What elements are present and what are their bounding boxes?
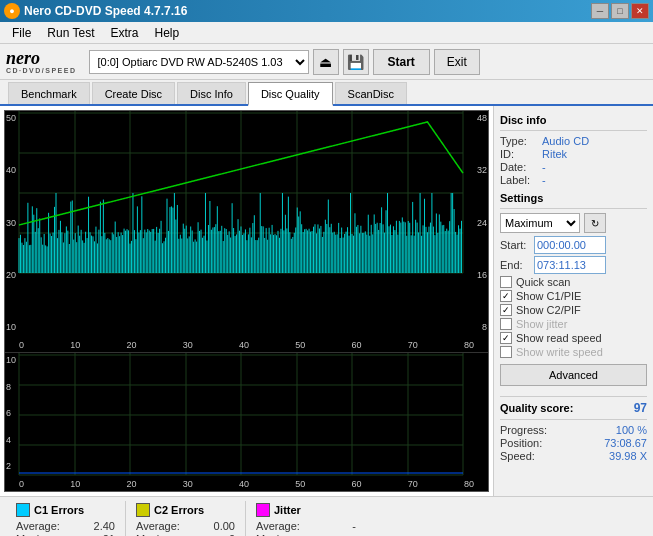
label-label: Label: (500, 174, 538, 186)
disc-type-row: Type: Audio CD (500, 135, 647, 147)
writespeed-row: Show write speed (500, 346, 647, 358)
titlebar-left: ● Nero CD-DVD Speed 4.7.7.16 (4, 3, 187, 19)
jitter-avg-label: Average: (256, 520, 300, 532)
tab-create-disc[interactable]: Create Disc (92, 82, 175, 104)
c1-stats: C1 Errors Average: 2.40 Maximum: 21 Tota… (6, 501, 126, 536)
jitter-header: Jitter (256, 503, 356, 517)
jitter-avg-value: - (316, 520, 356, 532)
tab-scandisc[interactable]: ScanDisc (335, 82, 407, 104)
titlebar: ● Nero CD-DVD Speed 4.7.7.16 ─ □ ✕ (0, 0, 653, 22)
upper-chart: 50 40 30 20 10 48 32 24 16 8 0 10 20 30 … (5, 111, 488, 352)
position-value: 73:08.67 (604, 437, 647, 449)
jitter-stats: Jitter Average: - Maximum: - (246, 501, 366, 536)
eject-button[interactable]: ⏏ (313, 49, 339, 75)
tab-benchmark[interactable]: Benchmark (8, 82, 90, 104)
y-axis-left-lower: 10 8 6 4 2 (6, 353, 16, 473)
chart-container: 50 40 30 20 10 48 32 24 16 8 0 10 20 30 … (4, 110, 489, 492)
c2-header: C2 Errors (136, 503, 235, 517)
exit-button[interactable]: Exit (434, 49, 480, 75)
c2-title: C2 Errors (154, 504, 204, 516)
label-value: - (542, 174, 546, 186)
speed-label: Speed: (500, 450, 535, 462)
titlebar-buttons: ─ □ ✕ (591, 3, 649, 19)
start-button[interactable]: Start (373, 49, 430, 75)
end-input[interactable] (534, 256, 606, 274)
disc-label-row: Label: - (500, 174, 647, 186)
divider4 (500, 419, 647, 420)
main-content: 50 40 30 20 10 48 32 24 16 8 0 10 20 30 … (0, 106, 653, 496)
c1-legend-box (16, 503, 30, 517)
progress-label: Progress: (500, 424, 547, 436)
quickscan-checkbox[interactable] (500, 276, 512, 288)
menu-extra[interactable]: Extra (102, 24, 146, 42)
save-button[interactable]: 💾 (343, 49, 369, 75)
x-axis-labels-upper: 0 10 20 30 40 50 60 70 80 (19, 340, 474, 350)
divider3 (500, 396, 647, 397)
c1-header: C1 Errors (16, 503, 115, 517)
jitter-title: Jitter (274, 504, 301, 516)
y-axis-right-upper: 48 32 24 16 8 (477, 111, 487, 334)
speed-row: Maximum ↻ (500, 213, 647, 233)
start-row: Start: (500, 236, 647, 254)
c2-avg-label: Average: (136, 520, 180, 532)
close-button[interactable]: ✕ (631, 3, 649, 19)
menu-help[interactable]: Help (147, 24, 188, 42)
writespeed-checkbox[interactable] (500, 346, 512, 358)
jitter-avg-row: Average: - (256, 520, 356, 532)
lower-chart: 10 8 6 4 2 0 10 20 30 40 50 60 70 80 (5, 353, 488, 491)
end-row: End: (500, 256, 647, 274)
writespeed-label: Show write speed (516, 346, 603, 358)
minimize-button[interactable]: ─ (591, 3, 609, 19)
quickscan-label: Quick scan (516, 276, 570, 288)
position-row: Position: 73:08.67 (500, 437, 647, 449)
c2pif-checkbox[interactable]: ✓ (500, 304, 512, 316)
speed-select[interactable]: Maximum (500, 213, 580, 233)
disc-id-row: ID: Ritek (500, 148, 647, 160)
tab-bar: Benchmark Create Disc Disc Info Disc Qua… (0, 80, 653, 106)
jitter-legend-box (256, 503, 270, 517)
start-label: Start: (500, 239, 530, 251)
jitter-row: Show jitter (500, 318, 647, 330)
maximize-button[interactable]: □ (611, 3, 629, 19)
logo: nero CD·DVD/SPEED (6, 49, 77, 74)
menu-file[interactable]: File (4, 24, 39, 42)
position-label: Position: (500, 437, 542, 449)
c1-avg-row: Average: 2.40 (16, 520, 115, 532)
type-label: Type: (500, 135, 538, 147)
c1pie-checkbox[interactable]: ✓ (500, 290, 512, 302)
app-icon: ● (4, 3, 20, 19)
advanced-button[interactable]: Advanced (500, 364, 647, 386)
c2-legend-box (136, 503, 150, 517)
cdspeed-logo: CD·DVD/SPEED (6, 67, 77, 74)
c1-avg-value: 2.40 (75, 520, 115, 532)
menu-runtest[interactable]: Run Test (39, 24, 102, 42)
c2-avg-row: Average: 0.00 (136, 520, 235, 532)
start-input[interactable] (534, 236, 606, 254)
settings-title: Settings (500, 192, 647, 204)
jitter-checkbox[interactable] (500, 318, 512, 330)
quickscan-row: Quick scan (500, 276, 647, 288)
right-panel: Disc info Type: Audio CD ID: Ritek Date:… (493, 106, 653, 496)
quality-score: 97 (634, 401, 647, 415)
tab-disc-quality[interactable]: Disc Quality (248, 82, 333, 106)
disc-info-title: Disc info (500, 114, 647, 126)
menubar: File Run Test Extra Help (0, 22, 653, 44)
tab-disc-info[interactable]: Disc Info (177, 82, 246, 104)
readspeed-label: Show read speed (516, 332, 602, 344)
readspeed-row: ✓ Show read speed (500, 332, 647, 344)
progress-row: Progress: 100 % (500, 424, 647, 436)
id-value: Ritek (542, 148, 567, 160)
titlebar-title: Nero CD-DVD Speed 4.7.7.16 (24, 4, 187, 18)
divider2 (500, 208, 647, 209)
refresh-button[interactable]: ↻ (584, 213, 606, 233)
stats-bar: C1 Errors Average: 2.40 Maximum: 21 Tota… (0, 496, 653, 536)
speed-value: 39.98 X (609, 450, 647, 462)
readspeed-checkbox[interactable]: ✓ (500, 332, 512, 344)
quality-label: Quality score: (500, 402, 573, 414)
quality-row: Quality score: 97 (500, 401, 647, 415)
disc-date-row: Date: - (500, 161, 647, 173)
type-value: Audio CD (542, 135, 589, 147)
c1pie-label: Show C1/PIE (516, 290, 581, 302)
c1-title: C1 Errors (34, 504, 84, 516)
drive-selector[interactable]: [0:0] Optiarc DVD RW AD-5240S 1.03 (89, 50, 309, 74)
